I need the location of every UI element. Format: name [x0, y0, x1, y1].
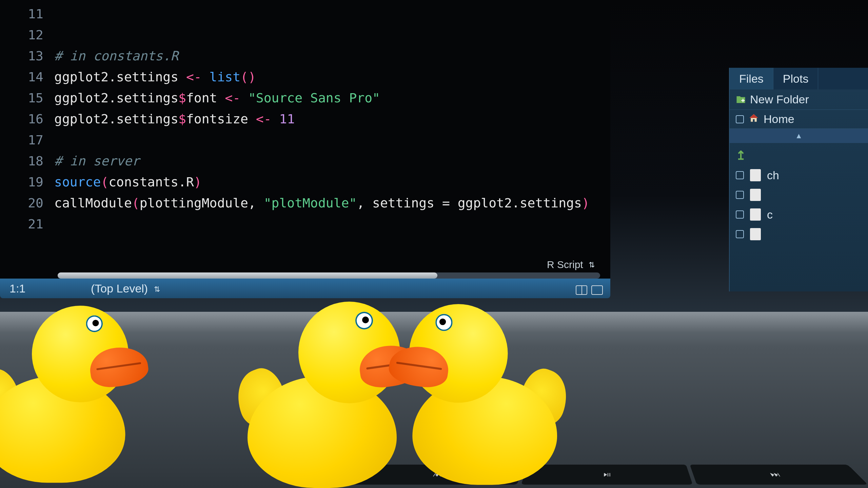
tab-plots[interactable]: Plots [773, 68, 818, 89]
new-folder-icon[interactable] [736, 95, 746, 105]
code-area[interactable]: 1112131415161718192021 # in constants.Rg… [0, 0, 610, 268]
code-text[interactable]: # in constants.Rggplot2.settings <- list… [54, 3, 610, 268]
file-checkbox[interactable] [736, 191, 744, 199]
scene-root: 1112131415161718192021 # in constants.Rg… [0, 0, 868, 488]
sort-icon: ▲ [795, 131, 803, 140]
up-arrow-icon: ↥ [736, 148, 746, 163]
file-checkbox[interactable] [736, 210, 744, 219]
code-line[interactable]: ggplot2.settings$fontsize <- 11 [54, 108, 610, 129]
file-list: ↥chc [730, 143, 868, 247]
line-number: 13 [0, 45, 43, 66]
line-number: 16 [0, 108, 43, 129]
line-number: 20 [0, 192, 43, 214]
home-icon [749, 113, 759, 126]
code-line[interactable]: # in constants.R [54, 45, 610, 66]
line-number: 17 [0, 129, 43, 150]
rubber-duck [0, 283, 141, 483]
breadcrumb[interactable]: Home [730, 110, 868, 129]
window-layout-icons[interactable] [576, 285, 603, 295]
updown-icon: ⇅ [589, 261, 595, 269]
line-number: 19 [0, 171, 43, 192]
split-window-icon[interactable] [576, 285, 587, 295]
file-icon [750, 228, 761, 240]
language-label: R Script [547, 259, 583, 270]
line-number: 18 [0, 150, 43, 171]
file-checkbox[interactable] [736, 230, 744, 238]
line-number: 14 [0, 66, 43, 87]
breadcrumb-home[interactable]: Home [764, 113, 794, 126]
line-number: 11 [0, 3, 43, 24]
file-row[interactable] [730, 224, 868, 244]
updown-icon: ⇅ [154, 285, 160, 294]
single-window-icon[interactable] [591, 285, 603, 295]
file-list-header[interactable]: ▲ [730, 129, 868, 143]
code-line[interactable]: ggplot2.settings$font <- "Source Sans Pr… [54, 87, 610, 108]
rubber-duck [237, 278, 414, 488]
file-row[interactable]: ch [730, 165, 868, 185]
code-line[interactable]: # in server [54, 150, 610, 171]
tab-files[interactable]: Files [730, 68, 773, 89]
new-folder-button[interactable]: New Folder [750, 93, 809, 106]
files-pane: FilesPlots New Folder Home ▲ ↥chc [729, 68, 868, 291]
media-key: ⏭ [690, 465, 868, 485]
editor-pane: 1112131415161718192021 # in constants.Rg… [0, 0, 610, 298]
file-name: c [767, 208, 773, 221]
file-icon [750, 189, 761, 201]
file-icon [750, 208, 761, 221]
file-checkbox[interactable] [736, 171, 744, 179]
code-line[interactable]: source(constants.R) [54, 171, 610, 192]
file-row[interactable] [730, 185, 868, 205]
line-number: 15 [0, 87, 43, 108]
code-line[interactable]: callModule(plottingModule, "plotModule",… [54, 192, 610, 214]
file-name: ch [767, 169, 779, 182]
line-number: 12 [0, 24, 43, 45]
code-line[interactable] [54, 24, 610, 45]
files-pane-tabs: FilesPlots [730, 68, 868, 89]
parent-directory-row[interactable]: ↥ [730, 146, 868, 165]
line-number: 21 [0, 214, 43, 235]
code-line[interactable] [54, 129, 610, 150]
language-indicator[interactable]: R Script ⇅ [547, 259, 595, 270]
file-icon [750, 169, 761, 181]
file-row[interactable]: c [730, 205, 868, 224]
line-number-gutter: 1112131415161718192021 [0, 3, 54, 268]
code-line[interactable] [54, 214, 610, 235]
files-toolbar: New Folder [730, 89, 868, 110]
code-line[interactable] [54, 3, 610, 24]
select-all-checkbox[interactable] [736, 115, 744, 123]
rubber-duck [396, 281, 567, 485]
code-line[interactable]: ggplot2.settings <- list() [54, 66, 610, 87]
